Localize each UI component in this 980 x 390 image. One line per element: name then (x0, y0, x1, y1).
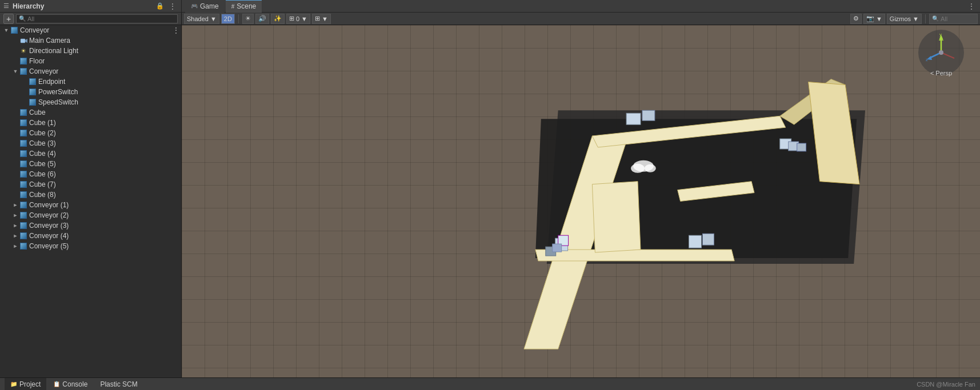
cube-icon-cube-8 (19, 191, 27, 199)
scene-tab-icon: # (231, 3, 235, 10)
overlay-label: 0 (296, 15, 299, 22)
overlay-arrow: ▼ (301, 15, 307, 22)
hierarchy-toolbar: + 🔍 (0, 13, 181, 25)
tab-project[interactable]: 📁 Project (5, 378, 46, 391)
svg-marker-10 (592, 182, 641, 252)
shading-arrow: ▼ (210, 15, 217, 22)
hierarchy-search-box[interactable]: 🔍 (16, 14, 178, 23)
svg-text:z: z (926, 57, 928, 62)
sun-icon-button[interactable]: ☀ (242, 14, 254, 24)
hierarchy-lock-icon[interactable]: 🔒 (156, 2, 164, 10)
tab-scene[interactable]: # Scene (226, 0, 262, 13)
tree-label-floor: Floor (29, 57, 45, 65)
tree-label-cube-4: Cube (4) (29, 150, 56, 158)
svg-rect-16 (702, 234, 714, 245)
hierarchy-header: ☰ Hierarchy 🔒 ⋮ (0, 0, 182, 12)
tree-item-conveyor-2[interactable]: Conveyor (2) (0, 210, 181, 220)
shading-dropdown[interactable]: Shaded ▼ (184, 14, 219, 24)
tab-game[interactable]: 🎮 Game (185, 0, 225, 13)
tree-item-floor[interactable]: Floor (0, 56, 181, 66)
svg-rect-19 (797, 143, 806, 151)
hierarchy-dots[interactable]: ⋮ (167, 2, 178, 11)
cube-icon-cube-2 (19, 129, 27, 137)
tree-item-endpoint[interactable]: Endpoint (0, 77, 181, 87)
render-camera-button[interactable]: 📷 ▼ (863, 14, 885, 24)
tree-arrow-conveyor-5[interactable] (11, 242, 19, 250)
svg-rect-15 (689, 235, 702, 248)
tree-item-conveyor-4[interactable]: Conveyor (4) (0, 231, 181, 241)
tree-arrow-conveyor-root[interactable] (2, 26, 10, 34)
tree-item-speedswitch[interactable]: SpeedSwitch (0, 97, 181, 107)
tree-item-cube-7[interactable]: Cube (7) (0, 179, 181, 190)
conveyor-root-menu[interactable]: ⋮ (171, 26, 181, 35)
tab-plastic-scm[interactable]: Plastic SCM (94, 378, 143, 391)
mode-2d-label: 2D (224, 15, 232, 22)
console-tab-label: Console (62, 380, 87, 388)
tree-label-cube-8: Cube (8) (29, 191, 56, 199)
tree-item-cube-4[interactable]: Cube (4) (0, 148, 181, 159)
tree-item-powerswitch[interactable]: PowerSwitch (0, 87, 181, 97)
tools-button[interactable]: ⚙ (850, 14, 862, 24)
tree-arrow-conveyor-4[interactable] (11, 232, 19, 240)
hierarchy-search-input[interactable] (27, 15, 175, 22)
scene-search-input[interactable] (941, 15, 975, 22)
tree-arrow-conveyor-3[interactable] (11, 222, 19, 230)
scene-view[interactable]: y z < Persp (182, 25, 980, 377)
hierarchy-add-button[interactable]: + (3, 14, 14, 24)
watermark: CSDN @Miracle Fan (917, 381, 975, 388)
tree-item-cube-0[interactable]: Cube (0, 107, 181, 118)
tree-item-main-camera[interactable]: Main Camera (0, 35, 181, 46)
tree-label-cube-2: Cube (2) (29, 129, 56, 137)
tree-label-cube-7: Cube (7) (29, 180, 56, 188)
sound-icon-button[interactable]: 🔊 (255, 14, 269, 24)
tree-item-directional-light[interactable]: ☀Directional Light (0, 46, 181, 56)
cube-icon-conveyor-2 (19, 211, 27, 219)
cube-icon-conveyor-4 (19, 232, 27, 240)
cube-icon-conveyor-3 (19, 222, 27, 230)
gizmo-overlay: y z < Persp (918, 30, 975, 87)
tree-label-cube-0: Cube (29, 108, 46, 116)
gizmo-background[interactable]: y z < Persp (918, 30, 964, 75)
effect-icon-button[interactable]: ✨ (271, 14, 285, 24)
tree-item-cube-2[interactable]: Cube (2) (0, 128, 181, 138)
gizmos-label: Gizmos (890, 15, 911, 22)
project-tab-icon: 📁 (10, 381, 17, 387)
persp-label: < Persp (930, 70, 952, 77)
scene-tab-label: Scene (237, 2, 256, 10)
tree-item-conveyor-5[interactable]: Conveyor (5) (0, 241, 181, 251)
gizmos-arrow: ▼ (913, 15, 919, 22)
grid-button[interactable]: ⊞ ▼ (312, 14, 331, 24)
tree-item-cube-8[interactable]: Cube (8) (0, 190, 181, 200)
tree-arrow-conveyor-child[interactable] (11, 67, 19, 75)
main-content: + 🔍 Conveyor⋮Main Camera☀Directional Lig… (0, 13, 980, 377)
cube-icon-cube-6 (19, 170, 27, 178)
tree-item-cube-3[interactable]: Cube (3) (0, 138, 181, 148)
svg-rect-12 (642, 110, 655, 120)
tree-item-conveyor-child[interactable]: Conveyor (0, 66, 181, 77)
cube-icon-cube-7 (19, 180, 27, 188)
scene-search-box[interactable]: 🔍 (929, 14, 978, 24)
hierarchy-list: Conveyor⋮Main Camera☀Directional LightFl… (0, 25, 181, 377)
tree-item-conveyor-root[interactable]: Conveyor⋮ (0, 25, 181, 35)
tree-arrow-conveyor-1[interactable] (11, 201, 19, 209)
cube-icon-cube-0 (19, 108, 27, 116)
svg-point-21 (631, 164, 645, 173)
tree-arrow-conveyor-2[interactable] (11, 211, 19, 219)
tab-console[interactable]: 📋 Console (47, 378, 93, 391)
mode-2d-button[interactable]: 2D (221, 14, 235, 24)
tree-item-cube-1[interactable]: Cube (1) (0, 118, 181, 128)
cube-icon-cube-5 (19, 160, 27, 168)
tree-label-conveyor-root: Conveyor (20, 26, 49, 34)
scene-dots[interactable]: ⋮ (966, 2, 977, 11)
cube-icon-cube-3 (19, 139, 27, 147)
gizmos-button[interactable]: Gizmos ▼ (887, 14, 922, 24)
cube-icon-conveyor-child (19, 67, 27, 75)
tree-item-conveyor-1[interactable]: Conveyor (1) (0, 200, 181, 210)
camera-arrow: ▼ (876, 15, 882, 22)
tree-item-conveyor-3[interactable]: Conveyor (3) (0, 220, 181, 231)
tree-item-cube-5[interactable]: Cube (5) (0, 159, 181, 169)
search-icon: 🔍 (19, 15, 26, 22)
top-bar: ☰ Hierarchy 🔒 ⋮ 🎮 Game # Scene ⋮ (0, 0, 980, 13)
tree-item-cube-6[interactable]: Cube (6) (0, 169, 181, 179)
overlay-0-button[interactable]: ⊞ 0 ▼ (286, 14, 310, 24)
